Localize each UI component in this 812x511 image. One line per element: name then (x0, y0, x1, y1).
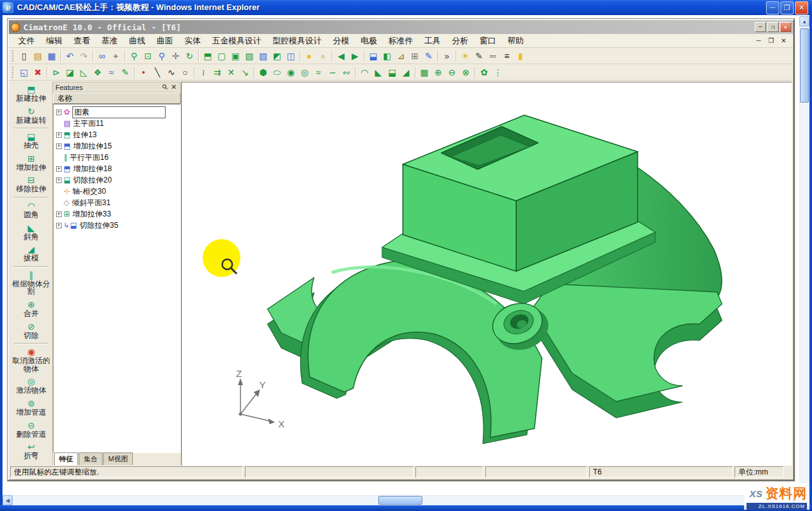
tree-item-label[interactable]: 主平面11 (73, 118, 103, 129)
vertical-scroll-thumb[interactable] (800, 28, 809, 103)
tree-item-4[interactable]: ∥平行平面16 (56, 152, 180, 163)
zoom-window-icon[interactable]: ⊡ (141, 49, 155, 63)
annotate-icon[interactable]: ✎ (422, 49, 436, 63)
tree-item-3[interactable]: +⬒增加拉伸15 (56, 140, 180, 152)
next-view-icon[interactable]: ▶ (348, 49, 362, 63)
circle-tool-icon[interactable]: ○ (178, 65, 192, 79)
sidebar-button-4-4[interactable]: ↩折弯 (10, 441, 52, 463)
pick-edge-icon[interactable]: ◺ (77, 65, 91, 79)
tree-item-1[interactable]: ▤主平面11 (56, 118, 180, 129)
offset-tool-icon[interactable]: ⇉ (210, 65, 224, 79)
menu-item-14[interactable]: 窗口 (474, 34, 502, 48)
panel-close-icon[interactable] (169, 83, 178, 91)
tree-item-label[interactable]: 切除拉伸20 (73, 175, 111, 186)
solid-torus-icon[interactable]: ◎ (298, 65, 312, 79)
panel-tab-1[interactable]: 集合 (79, 452, 103, 465)
toolbar-grip[interactable] (12, 67, 15, 78)
shaded-display-icon[interactable]: ⬒ (201, 49, 215, 63)
clip-view-icon[interactable]: ◧ (380, 49, 394, 63)
tree-item-9[interactable]: +⊞增加拉伸33 (56, 208, 180, 220)
tree-item-10[interactable]: +↳⬓切除拉伸35 (56, 220, 180, 231)
tree-item-label[interactable]: 拉伸13 (73, 130, 96, 140)
menu-item-3[interactable]: 基准 (96, 34, 123, 48)
viewport-canvas[interactable]: Z Y X (182, 82, 792, 466)
redo-icon[interactable]: ↷ (77, 49, 91, 63)
new-icon[interactable]: ▯ (17, 49, 31, 63)
section-view-icon[interactable]: ⬓ (366, 49, 380, 63)
solid-box-icon[interactable]: ⬢ (256, 65, 270, 79)
undo-icon[interactable]: ↶ (63, 49, 77, 63)
preview-icon[interactable]: ∞ (95, 49, 109, 63)
arc-tool-icon[interactable]: ∿ (164, 65, 178, 79)
main-menu-icon[interactable]: ≡ (500, 49, 514, 63)
scroll-left-button[interactable]: ◀ (3, 495, 13, 505)
line-tool-icon[interactable]: ╲ (150, 65, 164, 79)
fillet-tool-icon[interactable]: ◠ (358, 65, 371, 79)
ie-close-button[interactable] (795, 1, 808, 14)
snap-icon[interactable]: ≈ (104, 65, 118, 79)
pick-face-icon[interactable]: ◪ (63, 65, 77, 79)
menu-item-0[interactable]: 文件 (13, 34, 40, 48)
tree-item-7[interactable]: ⊹轴-相交30 (56, 186, 180, 197)
sketch-pencil-icon[interactable]: ✎ (472, 49, 486, 63)
light-off-icon[interactable]: ● (316, 49, 330, 63)
structure-tree-icon[interactable]: ⋮ (491, 65, 505, 79)
tree-item-label[interactable]: 轴-相交30 (72, 186, 106, 197)
tree-item-label[interactable]: 增加拉伸33 (72, 209, 111, 220)
hidden-line-display-icon[interactable]: ▣ (228, 49, 242, 63)
surface-sweep-icon[interactable]: ∾ (339, 65, 353, 79)
tree-item-5[interactable]: +⬒增加拉伸18 (56, 163, 180, 174)
mdi-restore-button[interactable] (767, 37, 775, 44)
sidebar-button-0-0[interactable]: ⬒新建拉伸 (10, 83, 52, 105)
sidebar-button-3-2[interactable]: ⊘切除 (10, 320, 52, 342)
sketcher-icon[interactable]: ✎ (118, 65, 132, 79)
tree-item-8[interactable]: ◇倾斜平面31 (56, 197, 180, 208)
open-icon[interactable]: ▤ (31, 49, 45, 63)
sidebar-button-1-2[interactable]: ⊟移除拉伸 (10, 174, 52, 196)
wireframe-display-icon[interactable]: ▢ (215, 49, 228, 63)
tree-item-2[interactable]: +⬒拉伸13 (56, 129, 180, 140)
viewport-config-icon[interactable]: ◱ (17, 65, 31, 79)
sidebar-button-4-3[interactable]: ⊝删除管道 (10, 419, 52, 441)
pick-all-icon[interactable]: ❖ (91, 65, 104, 79)
locate-icon[interactable]: ⌖ (109, 49, 123, 63)
menu-item-15[interactable]: 帮助 (502, 34, 529, 48)
stitch-tool-icon[interactable]: ▦ (417, 65, 431, 79)
display-mode-3-icon[interactable]: ◩ (270, 49, 284, 63)
display-mode-1-icon[interactable]: ▧ (242, 49, 256, 63)
mdi-minimize-button[interactable] (754, 37, 763, 44)
boolean-intersect-icon[interactable]: ⊗ (459, 65, 473, 79)
menu-item-12[interactable]: 工具 (419, 34, 446, 48)
tree-expander[interactable]: + (56, 110, 62, 115)
tree-expander[interactable]: + (56, 132, 62, 138)
menu-item-9[interactable]: 分模 (327, 34, 355, 48)
spline-tool-icon[interactable]: ≀ (196, 65, 210, 79)
tree-item-label[interactable]: 切除拉伸35 (80, 220, 118, 231)
measure-icon[interactable]: ⊿ (394, 49, 408, 63)
sidebar-button-2-1[interactable]: ◣斜角 (10, 222, 52, 244)
3d-model[interactable] (268, 115, 722, 444)
previous-view-icon[interactable]: ◀ (334, 49, 348, 63)
tree-expander[interactable]: + (56, 166, 62, 172)
menu-item-4[interactable]: 曲线 (123, 34, 151, 48)
menu-item-2[interactable]: 查看 (68, 34, 96, 48)
planes-display-icon[interactable]: ◫ (284, 49, 298, 63)
tree-item-0[interactable]: +✿图素 (56, 106, 180, 118)
vertical-scrollbar[interactable]: ▲ ▼ (799, 16, 809, 495)
menu-item-6[interactable]: 实体 (179, 34, 206, 48)
tree-item-label[interactable]: 图素 (72, 106, 166, 118)
save-icon[interactable]: ▦ (45, 49, 59, 63)
sidebar-button-3-1[interactable]: ⊕合并 (10, 298, 52, 320)
solid-sphere-icon[interactable]: ◉ (284, 65, 298, 79)
pick-filter-icon[interactable]: ⊳ (49, 65, 63, 79)
sidebar-button-2-0[interactable]: ◠圆角 (10, 199, 52, 222)
menu-item-1[interactable]: 编辑 (40, 34, 68, 48)
boolean-add-icon[interactable]: ⊕ (431, 65, 445, 79)
tree-expander[interactable]: + (56, 223, 62, 228)
sidebar-button-3-0[interactable]: ∥根据物体分割 (10, 269, 52, 298)
tree-item-6[interactable]: +⬓切除拉伸20 (56, 174, 180, 186)
menu-item-11[interactable]: 标准件 (383, 34, 419, 48)
tree-item-label[interactable]: 增加拉伸15 (73, 141, 111, 152)
sidebar-button-0-1[interactable]: ↻新建旋转 (10, 105, 52, 127)
sidebar-button-1-0[interactable]: ⬓抽壳 (10, 130, 52, 152)
